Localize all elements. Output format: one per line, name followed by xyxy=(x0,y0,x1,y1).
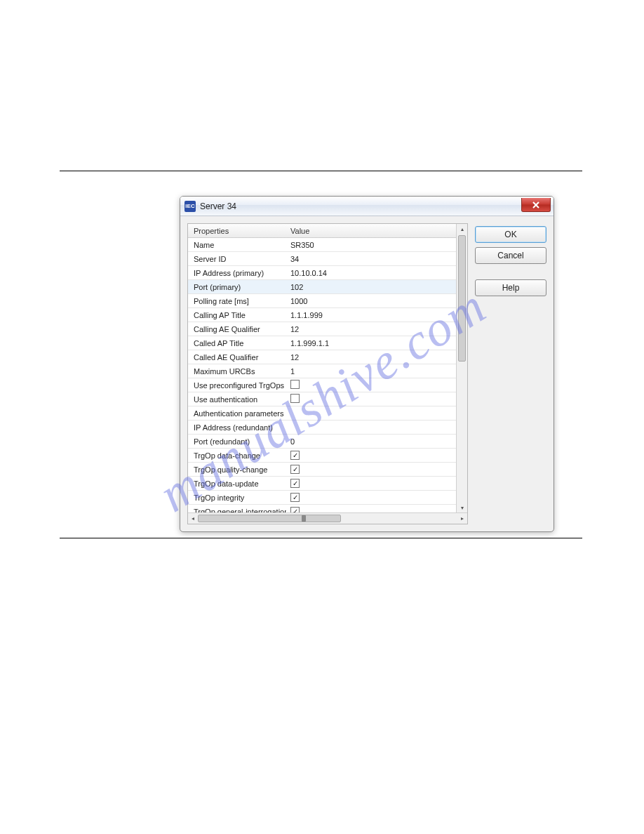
scroll-left-icon[interactable]: ◂ xyxy=(188,513,198,524)
ok-button[interactable]: OK xyxy=(475,226,546,243)
property-row[interactable]: Port (redundant)0 xyxy=(188,435,456,449)
close-icon xyxy=(532,201,539,208)
property-value[interactable]: 12 xyxy=(286,353,456,362)
property-row[interactable]: Port (primary)102 xyxy=(188,280,456,294)
scroll-thumb-horizontal[interactable] xyxy=(198,515,341,522)
property-label: Calling AP Title xyxy=(188,311,286,319)
property-value[interactable]: 0 xyxy=(286,437,456,446)
checkbox[interactable] xyxy=(290,380,300,389)
checkbox[interactable]: ✓ xyxy=(290,451,300,460)
property-value[interactable]: 12 xyxy=(286,325,456,333)
property-value[interactable]: ✓ xyxy=(286,465,456,475)
property-label: Maximum URCBs xyxy=(188,367,286,376)
checkbox[interactable] xyxy=(290,394,300,403)
properties-grid: Properties Value NameSR350Server ID34IP … xyxy=(187,223,468,524)
property-value[interactable]: ✓ xyxy=(286,493,456,503)
vertical-scrollbar[interactable]: ▴ ▾ xyxy=(456,224,467,512)
property-label: TrgOp quality-change xyxy=(188,465,286,474)
server-properties-dialog: IEC Server 34 Properties Value NameSR350… xyxy=(180,196,554,532)
property-label: IP Address (primary) xyxy=(188,269,286,277)
property-row[interactable]: Called AE Qualifier12 xyxy=(188,350,456,364)
property-value[interactable] xyxy=(286,380,456,390)
property-row[interactable]: Polling rate [ms]1000 xyxy=(188,294,456,308)
property-value[interactable]: 102 xyxy=(286,283,456,291)
property-row[interactable]: Called AP Title1.1.999.1.1 xyxy=(188,336,456,350)
property-row[interactable]: Server ID34 xyxy=(188,252,456,266)
app-icon: IEC xyxy=(185,201,196,212)
property-label: TrgOp integrity xyxy=(188,494,286,502)
property-value[interactable]: 1 xyxy=(286,367,456,376)
property-label: Name xyxy=(188,241,286,249)
property-label: Authentication parameters xyxy=(188,409,286,418)
property-label: Use authentication xyxy=(188,395,286,404)
titlebar[interactable]: IEC Server 34 xyxy=(180,197,554,216)
close-button[interactable] xyxy=(521,198,551,212)
property-value[interactable]: 1.1.1.999 xyxy=(286,311,456,319)
property-value[interactable]: 1000 xyxy=(286,297,456,305)
scroll-thumb[interactable] xyxy=(458,235,466,362)
property-label: Port (redundant) xyxy=(188,437,286,446)
property-row[interactable]: TrgOp data-update✓ xyxy=(188,477,456,491)
button-column: OK Cancel Help xyxy=(475,223,546,524)
property-label: TrgOp general-interrogation xyxy=(188,508,286,513)
property-value[interactable]: 10.10.0.14 xyxy=(286,269,456,277)
property-row[interactable]: Calling AE Qualifier12 xyxy=(188,322,456,336)
checkbox[interactable]: ✓ xyxy=(290,465,300,474)
property-value[interactable]: ✓ xyxy=(286,451,456,461)
property-value[interactable]: 1.1.999.1.1 xyxy=(286,339,456,348)
scroll-up-icon[interactable]: ▴ xyxy=(457,224,467,234)
horizontal-scrollbar[interactable]: ◂ ▸ xyxy=(188,512,467,524)
property-row[interactable]: Authentication parameters xyxy=(188,406,456,421)
property-row[interactable]: TrgOp quality-change✓ xyxy=(188,463,456,477)
property-label: Calling AE Qualifier xyxy=(188,325,286,333)
horizontal-rule xyxy=(60,171,582,171)
property-value[interactable]: ✓ xyxy=(286,479,456,489)
window-title: Server 34 xyxy=(200,201,236,211)
header-properties[interactable]: Properties xyxy=(188,227,286,235)
property-value[interactable]: ✓ xyxy=(286,507,456,512)
property-row[interactable]: TrgOp general-interrogation✓ xyxy=(188,505,456,512)
property-label: TrgOp data-change xyxy=(188,451,286,460)
property-row[interactable]: NameSR350 xyxy=(188,238,456,252)
property-row[interactable]: TrgOp integrity✓ xyxy=(188,491,456,505)
property-row[interactable]: Use authentication xyxy=(188,392,456,406)
property-row[interactable]: TrgOp data-change✓ xyxy=(188,449,456,463)
cancel-button[interactable]: Cancel xyxy=(475,247,546,264)
property-row[interactable]: Calling AP Title1.1.1.999 xyxy=(188,308,456,322)
property-row[interactable]: Use preconfigured TrgOps xyxy=(188,378,456,392)
property-row[interactable]: IP Address (primary)10.10.0.14 xyxy=(188,266,456,280)
property-label: Server ID xyxy=(188,255,286,263)
checkbox[interactable]: ✓ xyxy=(290,507,300,512)
scroll-position-marker xyxy=(302,515,306,522)
property-value[interactable]: SR350 xyxy=(286,241,456,249)
property-label: IP Address (redundant) xyxy=(188,423,286,432)
header-value[interactable]: Value xyxy=(286,227,456,235)
scroll-down-icon[interactable]: ▾ xyxy=(457,503,467,512)
property-label: Port (primary) xyxy=(188,283,286,291)
property-label: Use preconfigured TrgOps xyxy=(188,381,286,390)
property-label: TrgOp data-update xyxy=(188,479,286,488)
horizontal-rule xyxy=(60,538,582,538)
dialog-body: Properties Value NameSR350Server ID34IP … xyxy=(180,216,554,531)
property-row[interactable]: Maximum URCBs1 xyxy=(188,364,456,378)
property-label: Polling rate [ms] xyxy=(188,297,286,305)
checkbox[interactable]: ✓ xyxy=(290,493,300,502)
property-row[interactable]: IP Address (redundant) xyxy=(188,421,456,435)
property-label: Called AP Title xyxy=(188,339,286,348)
grid-header: Properties Value xyxy=(188,224,456,238)
help-button[interactable]: Help xyxy=(475,279,546,296)
scroll-right-icon[interactable]: ▸ xyxy=(457,513,467,524)
checkbox[interactable]: ✓ xyxy=(290,479,300,488)
property-label: Called AE Qualifier xyxy=(188,353,286,362)
property-value[interactable] xyxy=(286,394,456,404)
property-value[interactable]: 34 xyxy=(286,255,456,263)
